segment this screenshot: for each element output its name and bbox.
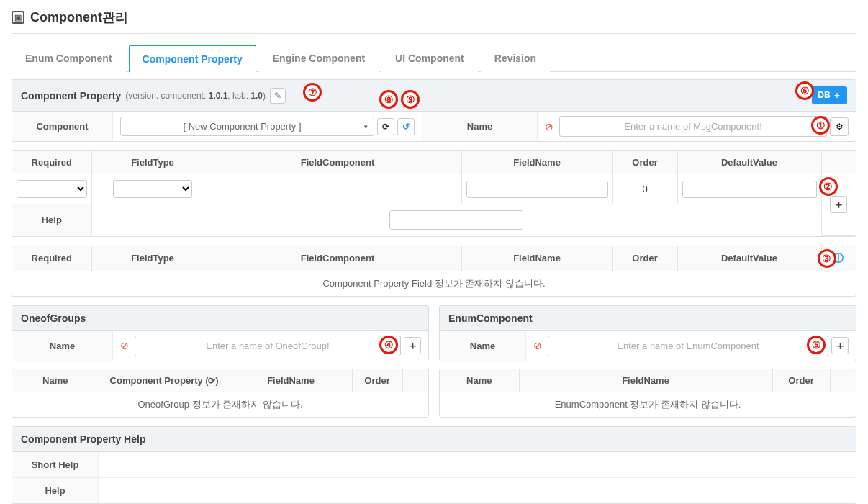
gears-icon: ⚙ — [836, 122, 844, 132]
tab-engine-component[interactable]: Engine Component — [259, 45, 379, 72]
tabs: Enum Component Component Property Engine… — [12, 44, 856, 72]
fl-th-order: Order — [612, 246, 677, 271]
og-empty: OneofGroup 정보가 존재하지 않습니다. — [12, 392, 428, 417]
enumcomponent-title: EnumComponent — [448, 312, 533, 324]
help-header: Component Property Help — [12, 427, 856, 452]
defaultvalue-input[interactable] — [682, 181, 817, 198]
version-text: (version. component: 1.0.1, ksb: 1.0) — [125, 91, 266, 101]
tab-component-property[interactable]: Component Property — [129, 45, 256, 72]
db-add-button[interactable]: DB ＋ — [812, 86, 847, 104]
help-title: Component Property Help — [21, 433, 145, 445]
ec-th-order: Order — [772, 369, 830, 392]
fl-th-info: ③ ⓘ — [821, 246, 856, 271]
page-header: ▣ Component관리 — [12, 9, 856, 34]
component-row: Component [ New Component Property ] ⟳ ↺… — [12, 112, 856, 141]
refresh-icon: ⟳ — [382, 122, 389, 132]
th-action — [821, 151, 856, 174]
fieldtype-select[interactable] — [113, 180, 192, 198]
field-list-empty: Component Property Field 정보가 존재하지 않습니다. — [12, 271, 856, 296]
og-th-action — [402, 369, 428, 392]
fl-th-fieldcomponent: FieldComponent — [214, 246, 461, 271]
cp-title: Component Property — [21, 90, 121, 102]
ec-name-label: Name — [440, 331, 526, 361]
marker-6: ⑥ — [795, 81, 814, 100]
component-label: Component — [12, 112, 113, 141]
enumcomponent-header: EnumComponent — [440, 306, 856, 331]
help-label: Help — [12, 204, 91, 236]
tab-revision[interactable]: Revision — [481, 45, 550, 72]
settings-button[interactable]: ⚙ — [830, 117, 849, 136]
history-button[interactable]: ↺ — [397, 118, 415, 135]
og-th-compprop: Component Property (⟳) — [99, 369, 230, 392]
add-oneofgroup-button[interactable]: ＋ — [404, 337, 421, 354]
fl-th-fieldname: FieldName — [461, 246, 612, 271]
th-fieldname: FieldName — [461, 151, 612, 174]
oneofgroups-table: Name Component Property (⟳) FieldName Or… — [12, 369, 429, 418]
history-icon: ↺ — [402, 122, 410, 132]
shorthelp-value — [99, 452, 856, 477]
component-property-panel: Component Property (version. component: … — [12, 79, 856, 142]
fieldname-input[interactable] — [466, 181, 608, 198]
marker-7: ⑦ — [303, 83, 322, 102]
help-value — [99, 478, 856, 503]
ec-th-name: Name — [440, 369, 519, 392]
refresh-button[interactable]: ⟳ — [377, 118, 394, 135]
component-dropdown[interactable]: [ New Component Property ] — [120, 117, 374, 136]
component-property-header: Component Property (version. component: … — [12, 80, 856, 112]
enumcomponent-panel: EnumComponent Name ⊘ ⑤ ＋ — [439, 305, 856, 361]
help-input[interactable] — [389, 210, 523, 230]
og-th-fieldname: FieldName — [230, 369, 352, 392]
help-label-2: Help — [12, 478, 99, 503]
marker-9: ⑨ — [401, 90, 420, 109]
oneofgroups-title: OneofGroups — [21, 312, 86, 324]
field-list-table: Required FieldType FieldComponent FieldN… — [12, 246, 856, 297]
shorthelp-label: Short Help — [12, 452, 99, 477]
th-fieldcomponent: FieldComponent — [214, 151, 461, 174]
og-th-name: Name — [12, 369, 99, 392]
msgcomponent-name-input[interactable] — [559, 116, 827, 137]
order-cell: 0 — [612, 174, 677, 204]
marker-2: ② — [819, 177, 838, 196]
edit-version-button[interactable]: ✎ — [270, 88, 286, 104]
add-field-button[interactable]: ＋ — [830, 196, 847, 213]
oneofgroups-panel: OneofGroups Name ⊘ ④ ＋ — [12, 305, 429, 361]
info-icon[interactable]: ⓘ — [833, 252, 844, 264]
help-panel: Component Property Help Short Help Help — [12, 426, 856, 504]
oneofgroup-name-input[interactable] — [135, 336, 401, 356]
oneofgroups-header: OneofGroups — [12, 306, 428, 331]
ec-th-action — [830, 369, 856, 392]
fieldcomponent-cell — [214, 174, 461, 204]
og-th-order: Order — [352, 369, 402, 392]
marker-8: ⑧ — [379, 90, 398, 109]
field-editor-table: Required FieldType FieldComponent FieldN… — [12, 150, 856, 237]
compprop-refresh-icon[interactable]: (⟳) — [205, 376, 218, 386]
page-title: Component관리 — [30, 9, 128, 26]
fl-th-required: Required — [12, 246, 91, 271]
ec-th-fieldname: FieldName — [519, 369, 772, 392]
add-enumcomponent-button[interactable]: ＋ — [831, 337, 849, 354]
ec-empty: EnumComponent 정보가 존재하지 않습니다. — [440, 392, 856, 417]
required-select[interactable] — [17, 180, 87, 198]
name-label: Name — [422, 112, 538, 141]
cancel-icon: ⊘ — [120, 340, 129, 351]
th-order: Order — [612, 151, 677, 174]
og-name-label: Name — [12, 331, 113, 361]
page-icon: ▣ — [12, 11, 24, 24]
th-required: Required — [12, 151, 91, 174]
cancel-icon: ⊘ — [545, 121, 553, 132]
enumcomponent-table: Name FieldName Order EnumComponent 정보가 존… — [439, 369, 856, 418]
pencil-icon: ✎ — [274, 91, 281, 101]
th-defaultvalue: DefaultValue — [677, 151, 821, 174]
enumcomponent-name-input[interactable] — [548, 336, 828, 356]
cancel-icon: ⊘ — [533, 340, 542, 351]
th-fieldtype: FieldType — [91, 151, 214, 174]
tab-ui-component[interactable]: UI Component — [381, 45, 478, 72]
fl-th-fieldtype: FieldType — [91, 246, 214, 271]
tab-enum-component[interactable]: Enum Component — [12, 45, 126, 72]
fl-th-defaultvalue: DefaultValue — [677, 246, 821, 271]
